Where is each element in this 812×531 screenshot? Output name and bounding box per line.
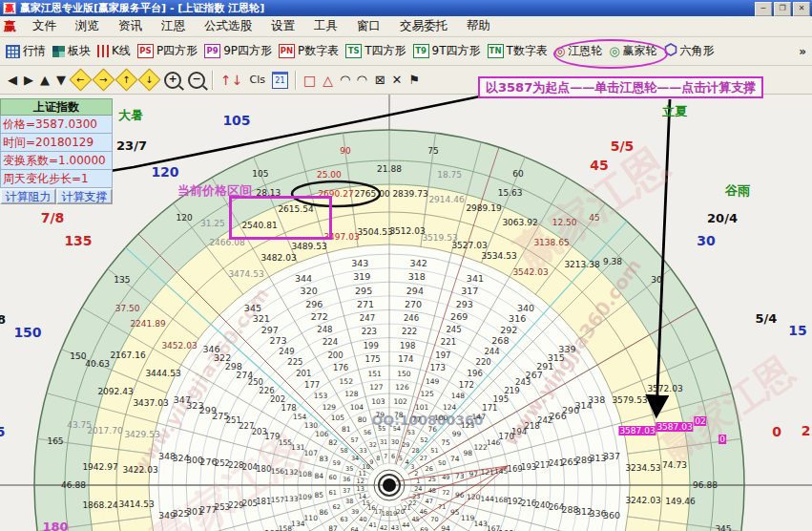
menu-item-4[interactable]: 公式选股 (196, 16, 260, 36)
blocks-icon (52, 46, 65, 57)
menu-item-6[interactable]: 工具 (305, 16, 346, 36)
menu-item-9[interactable]: 帮助 (458, 16, 499, 36)
cursor-right-button[interactable]: ▶ (24, 73, 33, 87)
toolbar-item-3[interactable]: PSP四方形 (137, 43, 198, 59)
toolbar-item-label: 板块 (68, 43, 91, 59)
toolbar-item-1[interactable]: 板块 (52, 43, 91, 59)
toolbar-item-2[interactable]: K线 (97, 43, 131, 59)
calc-resistance-button[interactable]: 计算阻力 (0, 188, 56, 204)
toolbar-item-label: T数字表 (507, 43, 548, 59)
gann-wheel-area: QQ:100800360www.yingjia360.comwww.yingji… (0, 95, 812, 531)
close-button[interactable]: ✕ (793, 2, 810, 16)
gann-wheel-svg (0, 95, 812, 531)
main-toolbar: 行情板块K线PSP四方形P99P四方形PNP数字表TST四方形T99T四方形TN… (0, 37, 812, 66)
toolbar-separator (295, 71, 297, 90)
toolbar-item-label: 9P四方形 (223, 43, 272, 59)
toolbar-item-label: P四方形 (156, 43, 198, 59)
toolbar-item-label: 行情 (23, 43, 46, 59)
menu-item-1[interactable]: 浏览 (67, 16, 108, 36)
pan-left-button[interactable]: ← (69, 68, 92, 91)
scale-tool-button[interactable]: ✕ (392, 73, 403, 87)
time-field: 时间=20180129 (0, 134, 113, 152)
toolbar-item-label: 9T四方形 (432, 43, 481, 59)
toolbar-item-label: 六角形 (680, 43, 715, 59)
badge-icon-PN: PN (279, 44, 295, 58)
calc-support-button[interactable]: 计算支撑 (56, 188, 113, 204)
app-window: 赢 赢家江恩专业版[赢家服务平台] - [上证指数 江恩轮] ─ ❐ ✕ 赢 文… (0, 0, 812, 531)
rect-tool-button[interactable]: □ (303, 73, 316, 88)
candlestick-icon (97, 45, 109, 57)
box-x-tool-button[interactable]: ⊠ (375, 73, 385, 87)
menu-item-0[interactable]: 文件 (24, 16, 65, 36)
badge-icon-PS: PS (137, 44, 154, 58)
toolbar-overflow-chevron[interactable]: » (799, 45, 806, 58)
pan-up-button[interactable]: ↑ (115, 68, 137, 91)
zoom-in-button[interactable]: + (164, 72, 181, 89)
badge-icon-P9: P9 (204, 44, 220, 58)
arc-tool-button[interactable]: ◠ (340, 73, 350, 87)
cursor-down-button[interactable]: ▼ (56, 73, 66, 87)
restore-button[interactable]: ❐ (774, 2, 791, 16)
menu-item-3[interactable]: 江恩 (153, 16, 194, 36)
instrument-panel: 上证指数 价格=3587.0300 时间=20180129 变换系数=1.000… (0, 98, 113, 204)
menu-item-8[interactable]: 交易委托 (391, 16, 456, 36)
toolbar-item-label: T四方形 (364, 43, 406, 59)
toolbar-item-5[interactable]: PNP数字表 (279, 43, 339, 59)
app-logo-icon: 赢 (3, 2, 16, 14)
annotation-callout[interactable]: 以3587为起点——单击江恩轮——点击计算支撑 (478, 76, 763, 98)
toolbar-item-7[interactable]: T99T四方形 (413, 43, 481, 59)
toolbar-item-11[interactable]: 六角形 (664, 43, 715, 59)
arc2-tool-button[interactable]: ◠ (357, 73, 367, 87)
conversion-factor-field: 变换系数=1.00000 (0, 152, 113, 170)
zoom-out-button[interactable]: − (188, 72, 205, 89)
triangle-tool-button[interactable]: △ (323, 73, 333, 88)
toolbar-separator (212, 71, 214, 90)
minimize-button[interactable]: ─ (755, 2, 772, 16)
toolbar-item-4[interactable]: P99P四方形 (204, 43, 272, 59)
toolbar-item-0[interactable]: 行情 (6, 43, 46, 59)
menu-item-7[interactable]: 窗口 (348, 16, 389, 36)
toolbar-item-label: P数字表 (298, 43, 339, 59)
toolbar-item-8[interactable]: TNT数字表 (488, 43, 548, 59)
calendar-icon[interactable]: 21 (272, 72, 288, 89)
cls-button[interactable]: Cls (249, 74, 264, 86)
current-price-range-label: 当前价格区间 (177, 182, 252, 200)
badge-icon-T9: T9 (413, 44, 429, 58)
badge-icon-TN: TN (488, 44, 504, 58)
pan-down-button[interactable]: ↓ (137, 68, 160, 91)
updown-axis-button[interactable]: ↑↓ (220, 73, 242, 88)
gann-wheel-highlight-ellipse (553, 39, 668, 69)
menu-bar: 赢 文件浏览资讯江恩公式选股设置工具窗口交易委托帮助 (0, 16, 812, 37)
pan-right-button[interactable]: → (92, 68, 115, 91)
instrument-title: 上证指数 (0, 98, 113, 116)
price-field: 价格=3587.0300 (0, 116, 113, 134)
toolbar-item-label: K线 (112, 43, 131, 59)
step-field: 周天变化步长=1 (0, 170, 113, 188)
current-price-range-box[interactable] (229, 196, 332, 240)
flag-tool-button[interactable]: ⚑ (408, 73, 420, 87)
toolbar-item-6[interactable]: TST四方形 (345, 43, 406, 59)
grid-icon (6, 45, 20, 58)
menu-item-5[interactable]: 设置 (262, 16, 303, 36)
menu-item-2[interactable]: 资讯 (110, 16, 151, 36)
menu-logo-icon: 赢 (4, 18, 16, 35)
cursor-up-button[interactable]: ▲ (40, 73, 50, 87)
title-bar: 赢 赢家江恩专业版[赢家服务平台] - [上证指数 江恩轮] ─ ❐ ✕ (0, 0, 812, 16)
badge-icon-TS: TS (345, 44, 362, 58)
cursor-left-button[interactable]: ◀ (8, 73, 17, 87)
window-title: 赢家江恩专业版[赢家服务平台] - [上证指数 江恩轮] (20, 1, 264, 15)
